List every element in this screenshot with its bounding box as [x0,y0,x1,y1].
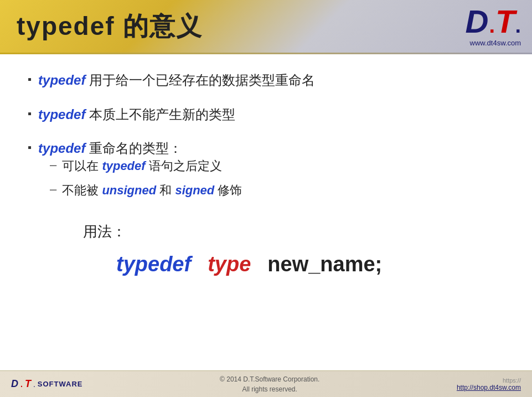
sub-bullet-2: – 不能被 unsigned 和 signed 修饰 [50,182,242,199]
sub-bullet-1: – 可以在 typedef 语句之后定义 [50,158,242,174]
footer-logo-software: Software [38,380,83,388]
footer-logo-dot2: . [33,380,35,389]
usage-label: 用法： [83,222,504,241]
footer-copyright-line2: All rights reserved. [220,384,319,394]
sub-bullets: – 可以在 typedef 语句之后定义 – 不能被 unsigned 和 si… [50,158,242,207]
keyword-unsigned: unsigned [102,183,156,197]
bullet-item-3: ▪ typedef 重命名的类型： – 可以在 typedef 语句之后定义 –… [28,139,504,207]
footer-url-gray: https:// [503,377,521,384]
syntax-keyword-type: type [208,252,251,276]
bullet-marker-3: ▪ [28,141,32,154]
usage-syntax: typedef type new_name; [116,252,504,276]
sub-bullet-marker-1: – [50,158,56,172]
logo-container: D . T . www.dt4sw.com [466,6,521,47]
bullet-text-2: typedef 本质上不能产生新的类型 [38,105,235,124]
bullet-text-1: typedef 用于给一个已经存在的数据类型重命名 [38,71,315,90]
logo-dot2: . [515,15,521,36]
footer-logo: D . T . Software [11,378,82,390]
footer-url-link[interactable]: http://shop.dt4sw.com [457,384,521,391]
bullet-item-2: ▪ typedef 本质上不能产生新的类型 [28,105,504,124]
header: typedef 的意义 D . T . www.dt4sw.com [0,0,532,53]
footer-logo-d: D [11,378,18,390]
footer: D . T . Software © 2014 D.T.Software Cor… [0,370,532,397]
bullet-marker-2: ▪ [28,107,32,120]
keyword-typedef-sub1: typedef [102,159,145,173]
logo-d-letter: D [466,6,489,38]
usage-section: 用法： typedef type new_name; [83,222,504,276]
footer-logo-dot1: . [20,380,23,389]
sub-bullet-text-1: 可以在 typedef 语句之后定义 [62,158,222,174]
footer-copyright-line1: © 2014 D.T.Software Corporation. [220,374,319,384]
keyword-signed: signed [175,183,214,197]
footer-copyright: © 2014 D.T.Software Corporation. All rig… [220,374,319,394]
logo-website: www.dt4sw.com [470,39,521,47]
keyword-typedef-2: typedef [38,107,85,122]
bullet-marker-1: ▪ [28,73,32,86]
logo-t-letter: T [495,6,515,38]
sub-bullet-text-2: 不能被 unsigned 和 signed 修饰 [62,182,242,199]
keyword-typedef-1: typedef [38,73,85,87]
footer-url-area: https:// http://shop.dt4sw.com [457,377,521,391]
sub-bullet-marker-2: – [50,182,56,197]
syntax-keyword-newname: new_name; [267,252,382,276]
logo-dt: D . T . [466,6,521,38]
bullet-item-1: ▪ typedef 用于给一个已经存在的数据类型重命名 [28,71,504,90]
logo-dot1: . [489,15,495,36]
syntax-keyword-typedef: typedef [116,252,191,276]
main-content: ▪ typedef 用于给一个已经存在的数据类型重命名 ▪ typedef 本质… [0,54,532,287]
bullet-text-3: typedef 重命名的类型： [38,139,182,158]
keyword-typedef-3: typedef [38,141,85,156]
slide-title: typedef 的意义 [17,9,203,44]
footer-logo-t: T [25,378,31,390]
